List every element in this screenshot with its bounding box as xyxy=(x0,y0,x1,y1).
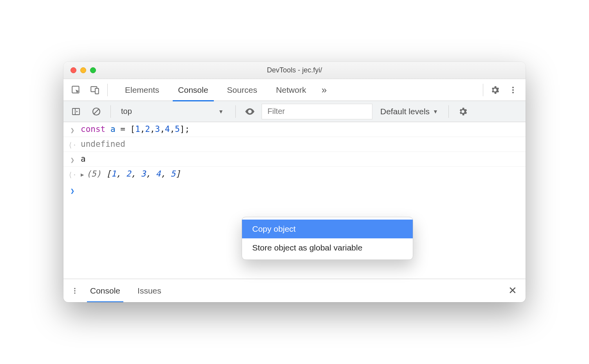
main-tabstrip: Elements Console Sources Network » xyxy=(63,79,526,101)
execution-context-label: top xyxy=(121,107,132,116)
log-levels-label: Default levels xyxy=(380,107,430,116)
execution-context-selector[interactable]: top ▼ xyxy=(116,104,230,119)
window-titlebar: DevTools - jec.fyi/ xyxy=(63,62,526,79)
divider xyxy=(110,105,111,118)
return-chevron-icon: ⟨· xyxy=(67,139,78,149)
log-levels-selector[interactable]: Default levels ▼ xyxy=(376,107,443,116)
console-input-line[interactable]: ❯ a xyxy=(63,152,526,167)
disclosure-triangle-icon[interactable]: ▶ xyxy=(81,171,86,178)
input-chevron-icon: ❯ xyxy=(67,124,78,134)
devtools-window: DevTools - jec.fyi/ Elements Console Sou… xyxy=(63,62,526,302)
code-line: const a = [1,2,3,4,5]; xyxy=(81,124,522,134)
svg-point-10 xyxy=(74,292,75,294)
console-return-line[interactable]: ⟨· undefined xyxy=(63,137,526,152)
live-expression-eye-icon[interactable] xyxy=(241,103,258,120)
divider xyxy=(448,105,449,118)
drawer-tabs: Console Issues xyxy=(81,279,170,303)
console-filter-input[interactable] xyxy=(262,104,372,119)
drawer: Console Issues ✕ xyxy=(63,279,526,302)
svg-point-9 xyxy=(74,290,75,291)
main-tabs: Elements Console Sources Network » xyxy=(116,79,479,101)
console-sidebar-toggle-icon[interactable] xyxy=(67,103,85,120)
svg-point-4 xyxy=(512,89,514,90)
settings-gear-icon[interactable] xyxy=(486,81,504,99)
svg-rect-2 xyxy=(95,88,99,94)
result-value: ▶(5) [1, 2, 3, 4, 5] xyxy=(81,169,522,178)
console-toolbar: top ▼ Default levels ▼ xyxy=(63,101,526,122)
return-chevron-icon: ⟨· xyxy=(67,169,78,179)
drawer-close-icon[interactable]: ✕ xyxy=(504,285,521,297)
svg-rect-6 xyxy=(72,108,79,115)
console-prompt[interactable]: ❯ xyxy=(63,181,526,206)
tab-elements[interactable]: Elements xyxy=(116,79,169,101)
prompt-chevron-icon: ❯ xyxy=(67,185,78,195)
code-line: a xyxy=(81,154,522,164)
svg-rect-0 xyxy=(72,86,79,93)
input-chevron-icon: ❯ xyxy=(67,154,78,164)
drawer-tab-issues[interactable]: Issues xyxy=(129,279,170,303)
context-menu: Copy object Store object as global varia… xyxy=(242,217,413,260)
tabs-overflow-icon[interactable]: » xyxy=(316,85,333,96)
drawer-menu-icon[interactable] xyxy=(68,282,81,299)
inspect-element-icon[interactable] xyxy=(67,81,85,99)
tab-network[interactable]: Network xyxy=(267,79,316,101)
device-toolbar-icon[interactable] xyxy=(86,81,103,99)
context-menu-item-copy-object[interactable]: Copy object xyxy=(242,220,413,238)
svg-point-8 xyxy=(74,288,75,289)
clear-console-icon[interactable] xyxy=(88,103,105,120)
svg-point-3 xyxy=(512,86,514,88)
context-menu-item-store-global[interactable]: Store object as global variable xyxy=(242,238,413,257)
divider xyxy=(235,105,236,118)
tab-sources[interactable]: Sources xyxy=(218,79,267,101)
kebab-menu-icon[interactable] xyxy=(504,81,522,99)
console-settings-gear-icon[interactable] xyxy=(454,103,472,120)
drawer-tab-console[interactable]: Console xyxy=(81,279,129,303)
return-value: undefined xyxy=(81,139,522,149)
divider xyxy=(107,84,108,96)
divider xyxy=(483,84,483,96)
dropdown-caret-icon: ▼ xyxy=(218,108,224,115)
dropdown-caret-icon: ▼ xyxy=(433,108,438,115)
console-result-line[interactable]: ⟨· ▶(5) [1, 2, 3, 4, 5] xyxy=(63,167,526,181)
window-title: DevTools - jec.fyi/ xyxy=(63,66,526,74)
tab-console[interactable]: Console xyxy=(169,79,218,101)
svg-point-5 xyxy=(512,92,514,93)
console-input-line[interactable]: ❯ const a = [1,2,3,4,5]; xyxy=(63,122,526,137)
